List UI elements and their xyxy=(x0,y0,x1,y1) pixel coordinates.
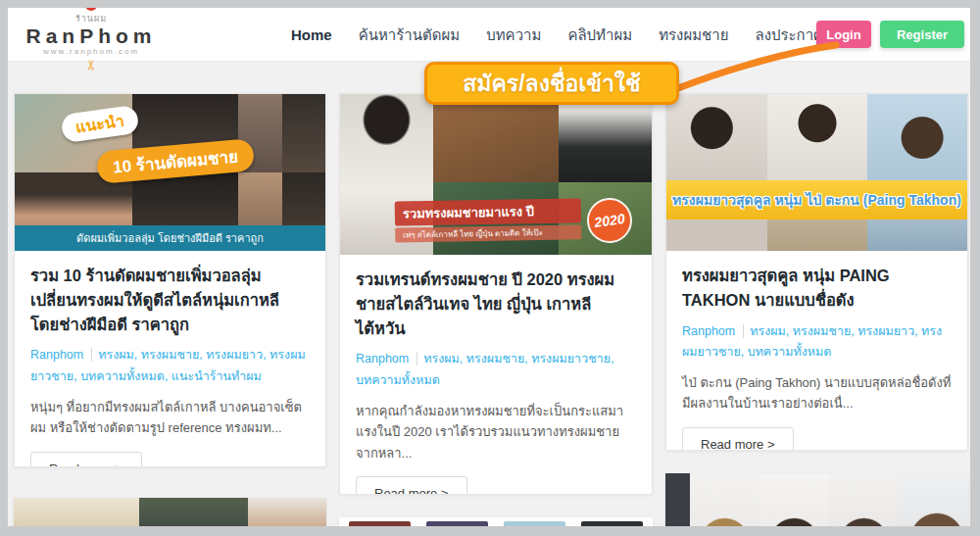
article-card: ทรงผมยาวสุดคูล หนุ่ม ไป่ ตะกน (Paing Tak… xyxy=(665,93,968,451)
read-more-button[interactable]: Read more > xyxy=(682,427,794,451)
nav-item-articles[interactable]: บทความ xyxy=(486,24,541,47)
card-excerpt: หนุ่มๆ ที่อยากมีทรงผมสไตล์เกาหลี บางคนอา… xyxy=(30,397,310,439)
card-body: ทรงผมยาวสุดคูล หนุ่ม PAING TAKHON นายแบบ… xyxy=(666,251,967,451)
card-excerpt: ไป่ ตะกน (Paing Takhon) นายแบบสุดหล่อชื่… xyxy=(682,372,952,414)
photo-collage xyxy=(666,94,967,251)
card-body: รวมเทรนด์ทรงผมชาย ปี 2020 ทรงผมชายสไตล์ว… xyxy=(340,255,652,495)
card-title[interactable]: รวม 10 ร้านดัดผมชายเพิ่มวอลลุ่ม เปลี่ยนท… xyxy=(30,264,310,336)
read-more-button[interactable]: Read more > xyxy=(30,452,142,467)
card-author-link[interactable]: Ranphom xyxy=(682,324,744,338)
banner-main-text: รวมทรงผมชายมาแรง ปี xyxy=(395,198,581,225)
main-navigation: Home ค้นหาร้านตัดผม บทความ คลิปทำผม ทรงผ… xyxy=(291,8,841,62)
nav-item-mens-hairstyles[interactable]: ทรงผมชาย xyxy=(659,24,728,47)
logo-title: RanPhom xyxy=(18,25,165,47)
nav-item-hair-clips[interactable]: คลิปทำผม xyxy=(567,24,632,47)
article-card: แนะนำ 10 ร้านดัดผมชาย ดัดผมเพิ่มวอลลุ่ม … xyxy=(14,93,326,467)
nav-item-home[interactable]: Home xyxy=(291,26,332,43)
card-title[interactable]: รวมเทรนด์ทรงผมชาย ปี 2020 ทรงผมชายสไตล์ว… xyxy=(356,268,636,340)
site-header: ร้านผม RanPhom www.ranphom.com ✂ Home ค้… xyxy=(8,8,970,62)
scissors-icon: ✂ xyxy=(86,59,96,71)
card-excerpt: หากคุณกำลังมองหาทรงผมชายที่จะเป็นกระแสมา… xyxy=(356,401,636,463)
login-button[interactable]: Login xyxy=(816,21,871,48)
card-body: รวม 10 ร้านดัดผมชายเพิ่มวอลลุ่ม เปลี่ยนท… xyxy=(15,251,325,467)
card-meta: Ranphomทรงผม, ทรงผมชาย, ทรงผมยาวชาย, บทค… xyxy=(356,349,636,391)
logo-red-mark-icon xyxy=(85,8,97,11)
card-image-collage[interactable]: รวมทรงผมชายมาแรง ปี เท่ๆ สไตล์เกาหลี ไทย… xyxy=(340,94,652,255)
next-card-image-preview[interactable] xyxy=(339,517,653,526)
logo-url: www.ranphom.com xyxy=(18,47,165,56)
next-card-image-preview[interactable] xyxy=(665,473,968,526)
next-card-image-preview[interactable] xyxy=(14,498,326,526)
card-author-link[interactable]: Ranphom xyxy=(30,348,92,362)
ranphom-homepage: ร้านผม RanPhom www.ranphom.com ✂ Home ค้… xyxy=(8,8,970,526)
card-title[interactable]: ทรงผมยาวสุดคูล หนุ่ม PAING TAKHON นายแบบ… xyxy=(682,264,952,313)
image-caption-banner: รวมทรงผมชายมาแรง ปี เท่ๆ สไตล์เกาหลี ไทย… xyxy=(395,198,582,242)
read-more-button[interactable]: Read more > xyxy=(356,476,467,495)
register-button[interactable]: Register xyxy=(880,21,964,48)
card-image-collage[interactable]: แนะนำ 10 ร้านดัดผมชาย ดัดผมเพิ่มวอลลุ่ม … xyxy=(15,94,325,251)
screenshot-stage: ร้านผม RanPhom www.ranphom.com ✂ Home ค้… xyxy=(0,0,980,536)
signup-callout-bubble: สมัคร/ลงชื่อเข้าใช้ xyxy=(424,62,679,105)
logo-tagline: ร้านผม xyxy=(18,12,165,25)
card-image-collage[interactable]: ทรงผมยาวสุดคูล หนุ่ม ไป่ ตะกน (Paing Tak… xyxy=(666,94,967,251)
article-card: รวมทรงผมชายมาแรง ปี เท่ๆ สไตล์เกาหลี ไทย… xyxy=(339,93,653,495)
card-meta: Ranphomทรงผม, ทรงผมชาย, ทรงผมยาว, ทรงผมย… xyxy=(682,321,952,364)
site-logo[interactable]: ร้านผม RanPhom www.ranphom.com ✂ xyxy=(18,8,165,73)
card-meta: Ranphomทรงผม, ทรงผมชาย, ทรงผมยาว, ทรงผมย… xyxy=(30,345,310,387)
card-author-link[interactable]: Ranphom xyxy=(356,352,417,365)
image-caption-banner: ทรงผมยาวสุดคูล หนุ่ม ไป่ ตะกน (Paing Tak… xyxy=(666,180,967,219)
image-caption-banner: ดัดผมเพิ่มวอลลุ่ม โดยช่างฝีมือดี ราคาถูก xyxy=(15,225,325,251)
nav-item-find-barber[interactable]: ค้นหาร้านตัดผม xyxy=(359,24,461,47)
